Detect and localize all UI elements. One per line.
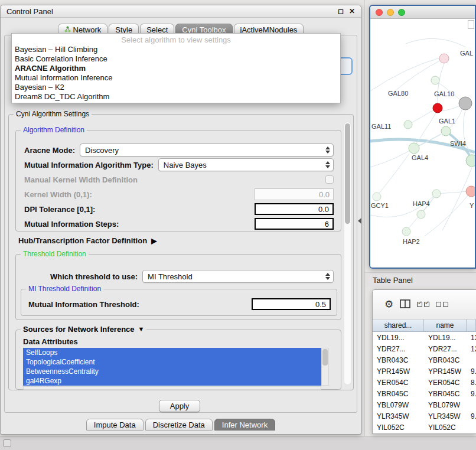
sources-title[interactable]: Sources for Network Inference ▼: [21, 325, 146, 334]
mi-threshold-value: 0.5: [315, 300, 326, 309]
network-edge[interactable]: [416, 112, 436, 144]
node-label: GAL4: [412, 154, 428, 161]
algorithm-option[interactable]: Bayesian – Hill Climbing: [12, 45, 340, 54]
data-attributes-label: Data Attributes: [23, 337, 78, 346]
panel-collapse-arrow-icon[interactable]: [358, 218, 361, 224]
network-view-window: GALGAL80GAL10GAL11GAL1SWI4GAL4GCY1HAP4HA…: [369, 5, 476, 269]
close-icon[interactable]: ✕: [349, 7, 355, 15]
network-node[interactable]: [459, 97, 472, 110]
which-threshold-select[interactable]: MI Threshold: [142, 270, 334, 283]
collapse-arrow-icon[interactable]: ▼: [138, 325, 145, 334]
network-graph[interactable]: GALGAL80GAL10GAL11GAL1SWI4GAL4GCY1HAP4HA…: [370, 19, 475, 269]
bottom-tab-discretize-data[interactable]: Discretize Data: [145, 419, 213, 431]
network-edge[interactable]: [406, 38, 466, 47]
attributes-list-vscrollbar[interactable]: [321, 348, 329, 386]
network-node[interactable]: [417, 210, 425, 219]
tab-label: Discretize Data: [153, 420, 205, 429]
collapsed-panel-icon[interactable]: [3, 439, 11, 447]
table-row[interactable]: YLR345WYLR345W9.: [373, 410, 476, 422]
data-attribute-item[interactable]: gal4RGexp: [23, 376, 321, 386]
apply-button[interactable]: Apply: [159, 400, 200, 412]
dpi-tolerance-field[interactable]: 0.0: [255, 203, 334, 215]
data-attribute-item[interactable]: BetweennessCentrality: [23, 367, 321, 376]
network-edge[interactable]: [377, 154, 409, 196]
float-window-icon[interactable]: ◻: [338, 7, 344, 15]
network-node[interactable]: [409, 143, 419, 154]
minimize-traffic-light-icon[interactable]: [387, 9, 394, 16]
scrollbar-thumb[interactable]: [345, 123, 350, 224]
kernel-width-field[interactable]: 0.0: [255, 188, 334, 200]
table-row[interactable]: YDL19...YDL19...13...: [373, 332, 476, 343]
cyni-bottom-tab-bar: Impute DataDiscretize DataInfer Network: [1, 419, 361, 431]
data-attribute-item[interactable]: SelfLoops: [23, 348, 321, 357]
algorithm-option[interactable]: Dream8 DC_TDC Algorithm: [12, 92, 340, 102]
table-row[interactable]: YBL079WYBL079W: [373, 399, 476, 410]
data-attribute-item[interactable]: TopologicalCoefficient: [23, 357, 321, 367]
scrollbar-thumb[interactable]: [322, 349, 328, 366]
network-edge[interactable]: [442, 168, 472, 230]
table-cell: 13...: [467, 334, 476, 342]
bottom-tab-impute-data[interactable]: Impute Data: [86, 419, 144, 431]
sources-title-label: Sources for Network Inference: [23, 325, 135, 334]
network-node[interactable]: [431, 76, 439, 84]
algorithm-definition-group: Algorithm Definition Aracne Mode: Discov…: [15, 130, 341, 231]
network-node[interactable]: [404, 120, 412, 129]
network-node[interactable]: [439, 54, 449, 63]
combo-arrows-icon: [325, 161, 330, 168]
network-node[interactable]: [432, 190, 441, 198]
column-header[interactable]: name: [424, 319, 467, 331]
algorithm-option[interactable]: Mutual Information Inference: [12, 73, 340, 83]
algorithm-option[interactable]: Basic Correlation Inference: [12, 54, 340, 64]
network-node[interactable]: [373, 193, 381, 201]
network-window-titlebar[interactable]: [370, 6, 475, 19]
settings-scrollbar[interactable]: [344, 122, 351, 385]
network-edge[interactable]: [436, 191, 467, 194]
network-node[interactable]: [433, 103, 442, 113]
network-node[interactable]: [466, 186, 475, 197]
select-all-columns-icon[interactable]: [417, 302, 429, 307]
network-edge[interactable]: [370, 148, 414, 167]
network-canvas[interactable]: GALGAL80GAL10GAL11GAL1SWI4GAL4GCY1HAP4HA…: [370, 19, 475, 269]
data-attributes-list[interactable]: SelfLoopsTopologicalCoefficientBetweenne…: [23, 348, 321, 386]
table-panel-header: Table Panel: [365, 272, 476, 287]
algorithm-option[interactable]: Bayesian – K2: [12, 83, 340, 92]
show-columns-icon[interactable]: [400, 299, 410, 310]
mi-algorithm-type-select[interactable]: Naive Bayes: [158, 158, 334, 171]
combo-arrows-icon: [325, 273, 330, 280]
network-node[interactable]: [466, 155, 475, 167]
table-settings-gear-icon[interactable]: ⚙: [384, 299, 393, 309]
control-panel-titlebar[interactable]: Control Panel ◻ ✕: [1, 5, 361, 18]
attributes-list-hscrollbar[interactable]: [23, 386, 321, 390]
algorithm-option[interactable]: ARACNE Algorithm: [12, 64, 340, 73]
network-edge[interactable]: [370, 58, 440, 91]
bottom-tab-infer-network[interactable]: Infer Network: [214, 419, 275, 431]
network-edge[interactable]: [441, 106, 459, 111]
mi-threshold-field[interactable]: 0.5: [252, 298, 331, 310]
node-label: GAL: [460, 50, 473, 57]
aracne-mode-select[interactable]: Discovery: [80, 144, 334, 156]
mi-steps-field[interactable]: 6: [255, 218, 334, 230]
zoom-traffic-light-icon[interactable]: [398, 9, 405, 16]
table-header-row: shared...name: [373, 319, 476, 332]
network-node[interactable]: [402, 227, 410, 236]
table-cell: YBR043C: [424, 356, 467, 364]
table-row[interactable]: YPR145WYPR145W9.: [373, 366, 476, 377]
table-row[interactable]: YDR27...YDR27...12...: [373, 343, 476, 354]
column-header[interactable]: shared...: [373, 319, 424, 331]
table-cell: 8.: [467, 379, 476, 387]
hide-all-columns-icon[interactable]: [436, 302, 448, 307]
table-cell: YBL079W: [424, 401, 467, 409]
network-node[interactable]: [441, 126, 451, 136]
hub-transcription-factor-section[interactable]: Hub/Transcription Factor Definition ▶: [18, 236, 157, 245]
table-row[interactable]: YIL052CYIL052C: [373, 422, 476, 433]
table-row[interactable]: YBR045CYBR045C9.: [373, 388, 476, 399]
manual-kernel-width-checkbox[interactable]: [325, 175, 334, 184]
birdseye-toggle[interactable]: [468, 20, 474, 29]
column-header[interactable]: [467, 319, 476, 331]
table-cell: YLR345W: [424, 412, 467, 420]
table-row[interactable]: YER054CYER054C8.: [373, 377, 476, 388]
kernel-width-row: Kernel Width (0,1): 0.0: [24, 188, 334, 201]
close-traffic-light-icon[interactable]: [376, 9, 383, 16]
expand-arrow-icon[interactable]: ▶: [151, 237, 157, 245]
table-row[interactable]: YBR043CYBR043C: [373, 354, 476, 366]
